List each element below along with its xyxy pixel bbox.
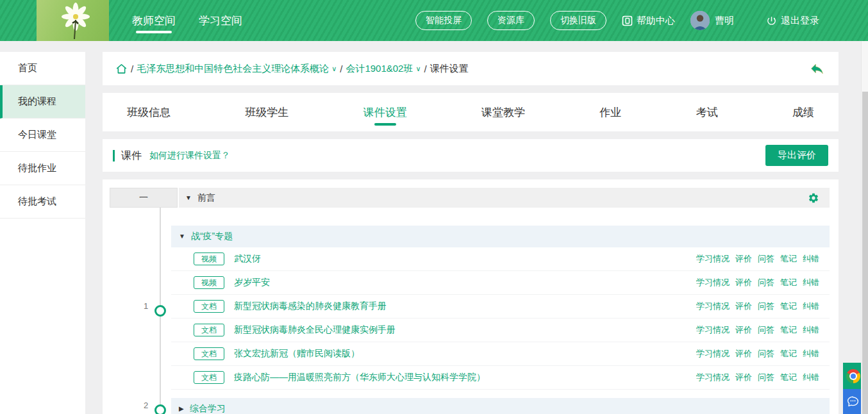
qa-link[interactable]: 问答 — [758, 348, 774, 360]
notes-link[interactable]: 笔记 — [780, 372, 797, 383]
sidebar-item-label: 待批考试 — [18, 195, 56, 208]
qa-link[interactable]: 问答 — [758, 324, 774, 336]
evaluation-link[interactable]: 评价 — [735, 301, 752, 312]
qa-link[interactable]: 问答 — [758, 277, 774, 288]
courseware-item: 文档 张文宏抗新冠（赠市民阅读版） 学习情况 评价 问答 笔记 纠错 — [171, 342, 830, 366]
evaluation-link[interactable]: 评价 — [735, 348, 752, 360]
evaluation-link[interactable]: 评价 — [735, 253, 752, 265]
nav-learning-space[interactable]: 学习空间 — [199, 0, 242, 41]
avatar — [690, 11, 710, 30]
chapter-index-cell: 一 — [110, 188, 178, 208]
correction-link[interactable]: 纠错 — [803, 253, 819, 265]
breadcrumb: / 毛泽东思想和中国特色社会主义理论体系概论 ∨ / 会计1901&02班 ∨ … — [103, 52, 839, 85]
tab-grades[interactable]: 成绩 — [777, 93, 830, 131]
help-center-link[interactable]: 帮助中心 — [622, 15, 675, 27]
courseware-help-link[interactable]: 如何进行课件设置？ — [149, 150, 230, 161]
notes-link[interactable]: 笔记 — [780, 324, 797, 336]
section-header-covid[interactable]: ▼ 战“疫”专题 — [171, 226, 830, 247]
learning-status-link[interactable]: 学习情况 — [696, 301, 730, 312]
sidebar-item-label: 我的课程 — [18, 95, 56, 108]
user-menu[interactable]: 曹明 — [690, 11, 734, 30]
notes-link[interactable]: 笔记 — [780, 301, 797, 312]
page-scrollbar[interactable] — [861, 41, 868, 414]
item-actions: 学习情况 评价 问答 笔记 纠错 — [696, 277, 830, 288]
help-center-icon — [622, 15, 633, 26]
correction-link[interactable]: 纠错 — [803, 324, 819, 336]
tab-class-students[interactable]: 班级学生 — [230, 93, 304, 131]
logout-button[interactable]: 退出登录 — [766, 15, 819, 27]
export-evaluation-button[interactable]: 导出评价 — [765, 145, 828, 166]
learning-status-link[interactable]: 学习情况 — [696, 372, 730, 383]
item-title-link[interactable]: 张文宏抗新冠（赠市民阅读版） — [234, 348, 360, 360]
sidebar-item-today-class[interactable]: 今日课堂 — [0, 119, 85, 152]
qa-link[interactable]: 问答 — [758, 301, 774, 312]
learning-status-link[interactable]: 学习情况 — [696, 324, 730, 336]
section-title: 综合学习 — [190, 403, 226, 414]
chapter-settings-button[interactable] — [808, 192, 819, 204]
correction-link[interactable]: 纠错 — [803, 372, 819, 383]
tab-class-info[interactable]: 班级信息 — [112, 93, 186, 131]
header-actions: 智能投屏 资源库 切换旧版 帮助中心 曹明 退出登录 — [415, 0, 819, 41]
switch-old-version-button[interactable]: 切换旧版 — [550, 11, 606, 30]
item-actions: 学习情况 评价 问答 笔记 纠错 — [696, 372, 830, 383]
collapse-triangle-icon[interactable]: ▼ — [179, 233, 185, 240]
breadcrumb-course[interactable]: 毛泽东思想和中国特色社会主义理论体系概论 — [137, 63, 329, 75]
section-header-comprehensive[interactable]: ▶ 综合学习 — [171, 398, 830, 414]
evaluation-link[interactable]: 评价 — [735, 277, 752, 288]
sidebar-item-home[interactable]: 首页 — [0, 52, 85, 85]
scrollbar-thumb[interactable] — [862, 92, 868, 414]
breadcrumb-class[interactable]: 会计1901&02班 — [346, 63, 413, 75]
chapter-header[interactable]: ▼ 前言 — [179, 188, 830, 208]
app-logo[interactable] — [37, 0, 109, 41]
tab-courseware-settings[interactable]: 课件设置 — [348, 93, 422, 131]
notes-link[interactable]: 笔记 — [780, 277, 797, 288]
expand-triangle-icon[interactable]: ▶ — [179, 406, 184, 412]
back-button[interactable] — [808, 61, 826, 76]
nav-teacher-space[interactable]: 教师空间 — [132, 0, 176, 41]
correction-link[interactable]: 纠错 — [803, 301, 819, 312]
chevron-down-icon[interactable]: ∨ — [331, 65, 337, 73]
home-icon[interactable] — [115, 63, 128, 75]
sidebar-item-pending-homework[interactable]: 待批作业 — [0, 152, 85, 185]
smart-cast-button[interactable]: 智能投屏 — [415, 11, 472, 30]
resource-library-button[interactable]: 资源库 — [487, 11, 535, 30]
correction-link[interactable]: 纠错 — [803, 348, 819, 360]
notes-link[interactable]: 笔记 — [780, 253, 797, 265]
sidebar-item-my-courses[interactable]: 我的课程 — [0, 85, 85, 119]
chevron-down-icon[interactable]: ∨ — [415, 65, 421, 73]
tab-exam[interactable]: 考试 — [681, 93, 733, 131]
item-title-link[interactable]: 武汉伢 — [234, 253, 261, 265]
primary-nav: 教师空间 学习空间 — [132, 0, 242, 41]
item-title-link[interactable]: 疫路心防——用温暖照亮前方（华东师大心理与认知科学学院） — [234, 372, 485, 383]
tab-label: 班级学生 — [245, 105, 288, 120]
item-title-link[interactable]: 新型冠状病毒肺炎全民心理健康实例手册 — [234, 324, 396, 336]
learning-status-link[interactable]: 学习情况 — [696, 277, 730, 288]
tab-label: 课件设置 — [363, 105, 407, 120]
courseware-tree: 一 ▼ 前言 1 2 ▼ 战“疫”专题 视频 武汉伢 — [103, 179, 839, 414]
item-title-link[interactable]: 新型冠状病毒感染的肺炎健康教育手册 — [234, 301, 387, 312]
item-type-badge: 文档 — [194, 371, 224, 384]
qa-link[interactable]: 问答 — [758, 253, 774, 265]
item-title-link[interactable]: 岁岁平安 — [234, 277, 270, 288]
evaluation-link[interactable]: 评价 — [735, 324, 752, 336]
item-actions: 学习情况 评价 问答 笔记 纠错 — [696, 253, 830, 265]
sidebar-item-pending-exams[interactable]: 待批考试 — [0, 185, 85, 219]
item-type-badge: 文档 — [194, 300, 224, 313]
item-type-badge: 视频 — [194, 276, 224, 289]
learning-status-link[interactable]: 学习情况 — [696, 348, 730, 360]
gear-icon — [808, 192, 819, 204]
learning-status-link[interactable]: 学习情况 — [696, 253, 730, 265]
browser-launcher-button[interactable] — [843, 363, 863, 389]
correction-link[interactable]: 纠错 — [803, 277, 819, 288]
collapse-triangle-icon[interactable]: ▼ — [185, 195, 192, 201]
tab-homework[interactable]: 作业 — [584, 93, 637, 131]
main-content: / 毛泽东思想和中国特色社会主义理论体系概论 ∨ / 会计1901&02班 ∨ … — [103, 52, 839, 414]
evaluation-link[interactable]: 评价 — [735, 372, 752, 383]
qa-link[interactable]: 问答 — [758, 372, 774, 383]
chat-support-button[interactable] — [843, 389, 863, 414]
section-area: ▼ 战“疫”专题 视频 武汉伢 学习情况 评价 问答 笔记 纠错 视频 岁岁平安… — [171, 226, 830, 414]
item-actions: 学习情况 评价 问答 笔记 纠错 — [696, 348, 830, 360]
flower-logo-image — [50, 1, 96, 40]
tab-classroom-teaching[interactable]: 课堂教学 — [466, 93, 540, 131]
notes-link[interactable]: 笔记 — [780, 348, 797, 360]
